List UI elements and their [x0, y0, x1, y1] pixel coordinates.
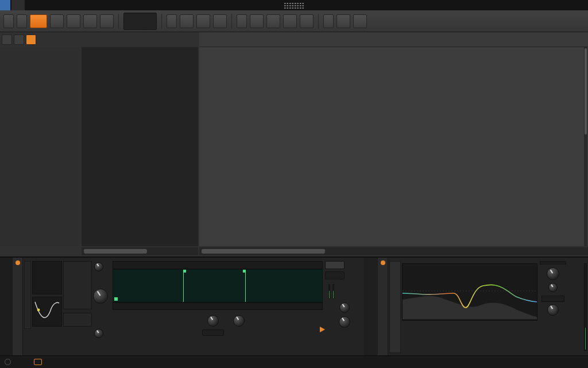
info-icon[interactable] — [5, 359, 11, 365]
stop-button[interactable] — [50, 14, 64, 28]
launcher-view-button[interactable] — [26, 34, 36, 45]
transport-display — [123, 13, 157, 30]
redo-button[interactable] — [266, 14, 280, 28]
undo-button[interactable] — [250, 14, 264, 28]
eq-band-values — [393, 323, 537, 354]
sample-footer — [113, 302, 323, 310]
track-list-view-button[interactable] — [2, 34, 12, 45]
window-tab-bar — [0, 0, 588, 10]
metronome-button[interactable] — [180, 14, 194, 28]
automation-touch-button[interactable] — [100, 14, 114, 28]
left-meter — [328, 284, 330, 299]
play-menu-button[interactable] — [17, 14, 27, 28]
note-tab-button[interactable] — [325, 261, 345, 269]
clip-launcher — [82, 47, 198, 246]
focus-panel-icon[interactable] — [34, 359, 42, 365]
sampler-power-button[interactable] — [16, 260, 20, 265]
track-list — [0, 47, 80, 246]
edit-menu-button[interactable] — [237, 14, 247, 28]
arranger-vscrollbar[interactable] — [584, 47, 587, 246]
resonance-knob[interactable] — [233, 315, 245, 327]
loop-end-marker[interactable] — [245, 270, 246, 302]
play-start-button[interactable] — [196, 14, 210, 28]
add-button[interactable] — [167, 14, 177, 28]
out-knob[interactable] — [339, 316, 350, 328]
delete-button[interactable] — [300, 14, 314, 28]
mix-knob[interactable] — [339, 302, 350, 313]
bitwig-logo — [284, 2, 304, 9]
automation-write-button[interactable] — [83, 14, 97, 28]
duplicate-button[interactable] — [283, 14, 297, 28]
expressions-panel — [63, 261, 92, 309]
grain-curve-display — [32, 297, 62, 327]
right-meter — [332, 284, 334, 299]
envelope-flag-icon — [320, 327, 325, 332]
file-menu-button[interactable] — [3, 14, 14, 28]
ahdsr-section — [248, 313, 316, 353]
timeline-ruler[interactable] — [199, 32, 588, 47]
arranger-vscroll-thumb[interactable] — [585, 48, 587, 135]
launcher-hscrollbar[interactable] — [82, 247, 198, 255]
sampler-inner-tab[interactable] — [24, 261, 31, 329]
pitch-knob[interactable] — [93, 289, 108, 304]
glide-knob[interactable] — [94, 329, 103, 338]
sample-waveform-display[interactable] — [113, 269, 323, 302]
loop-start-marker[interactable] — [183, 270, 184, 302]
device-chain-gap — [364, 258, 378, 356]
filter-knob[interactable] — [207, 315, 219, 327]
eq-amount-knob[interactable] — [547, 267, 559, 280]
arranger-timeline — [199, 47, 588, 246]
eq-shift-knob[interactable] — [548, 283, 558, 292]
arranger-hscroll-thumb[interactable] — [202, 249, 325, 254]
record-button[interactable] — [67, 14, 80, 28]
sample-header — [113, 261, 323, 269]
eq-mode-select[interactable] — [541, 296, 564, 302]
eq-output-knob[interactable] — [547, 304, 559, 316]
grid-view-button[interactable] — [14, 34, 24, 45]
main-toolbar — [0, 10, 588, 32]
workspace-tab[interactable] — [0, 0, 10, 10]
select-knob[interactable] — [94, 262, 103, 271]
status-bar — [0, 355, 588, 368]
project-tab[interactable] — [11, 0, 25, 10]
arrange-view — [0, 32, 588, 256]
sample-start-handle[interactable] — [114, 297, 118, 301]
grain-display — [32, 261, 62, 294]
eq-device-header[interactable] — [378, 258, 388, 356]
offsets-section — [176, 313, 200, 353]
eq-output-meter — [584, 263, 587, 351]
arranger-hscrollbar[interactable] — [199, 247, 588, 255]
sampler-device-header[interactable] — [13, 258, 23, 356]
filter-freq-button[interactable] — [202, 329, 224, 336]
device-jump-button[interactable] — [336, 14, 350, 28]
play-button[interactable] — [30, 14, 47, 28]
fx-tab-button[interactable] — [325, 271, 345, 279]
eq-curve-display[interactable] — [402, 263, 537, 321]
device-panel — [0, 256, 588, 355]
launcher-hscroll-thumb[interactable] — [84, 249, 147, 254]
help-button[interactable] — [353, 14, 367, 28]
eq-global-label — [540, 261, 566, 264]
add-modulator-button[interactable] — [63, 313, 92, 327]
follow-playhead-button[interactable] — [213, 14, 227, 28]
track-list-tools — [0, 32, 80, 47]
scene-header-row — [82, 32, 198, 47]
device-panel-nav — [0, 258, 13, 356]
eq-global-section — [540, 261, 566, 354]
device-menu-button[interactable] — [323, 14, 334, 28]
eq-power-button[interactable] — [381, 260, 385, 265]
